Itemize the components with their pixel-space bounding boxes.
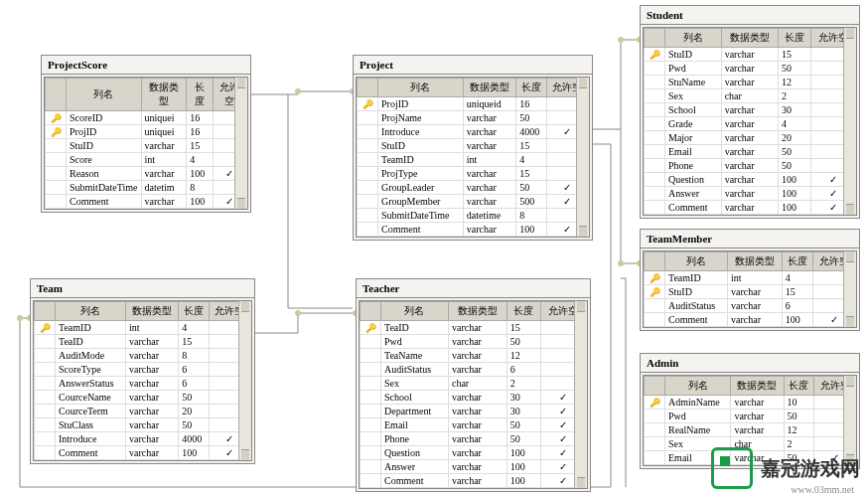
table-row[interactable]: Schoolvarchar30✓: [361, 391, 587, 405]
table-row[interactable]: 🔑TeamIDint4: [645, 271, 856, 285]
table-row[interactable]: Questionvarchar100✓: [645, 173, 856, 187]
table-ProjectScore[interactable]: ProjectScore列名数据类型长度允许空🔑ScoreIDuniquei16…: [41, 55, 251, 213]
col-type: varchar: [721, 187, 778, 201]
table-row[interactable]: ProjNamevarchar50: [358, 111, 589, 125]
table-row[interactable]: StuClassvarchar50: [35, 418, 251, 432]
table-row[interactable]: StuNamevarchar12: [645, 76, 856, 89]
table-row[interactable]: Emailvarchar50✓: [361, 418, 587, 432]
table-row[interactable]: Commentvarchar100✓: [46, 195, 247, 209]
table-row[interactable]: StuIDvarchar15: [358, 139, 589, 153]
table-row[interactable]: Questionvarchar100✓: [361, 446, 587, 460]
table-Project[interactable]: Project列名数据类型长度允许空🔑ProjIDuniqueid16ProjN…: [353, 55, 593, 241]
key-icon: 🔑: [51, 127, 62, 137]
table-row[interactable]: Sexchar2: [645, 89, 856, 103]
table-row[interactable]: 🔑StuIDvarchar15: [645, 285, 856, 299]
col-type: varchar: [126, 405, 179, 418]
table-row[interactable]: SubmitDateTimedatetim8: [46, 181, 247, 195]
table-row[interactable]: AuditStatusvarchar6: [645, 299, 856, 313]
table-row[interactable]: CourceTermvarchar20: [35, 405, 251, 418]
table-row[interactable]: TeaNamevarchar12: [361, 349, 587, 363]
col-type: varchar: [721, 159, 778, 173]
scrollbar[interactable]: [576, 78, 589, 237]
key-icon: 🔑: [650, 50, 660, 60]
table-row[interactable]: Answervarchar100✓: [645, 187, 856, 201]
header-len: 长度: [778, 29, 810, 48]
scrollbar[interactable]: [843, 251, 856, 327]
table-row[interactable]: Commentvarchar100✓: [35, 446, 251, 460]
table-row[interactable]: Scoreint4: [46, 153, 247, 167]
table-row[interactable]: AuditModevarchar8: [35, 349, 251, 363]
col-len: 2: [506, 377, 540, 391]
table-row[interactable]: 🔑AdminNamevarchar10: [645, 396, 856, 410]
col-type: varchar: [126, 363, 179, 377]
col-type: varchar: [448, 391, 506, 405]
table-row[interactable]: Phonevarchar50: [645, 159, 856, 173]
table-row[interactable]: StuIDvarchar15: [46, 139, 247, 153]
table-row[interactable]: 🔑ProjIDuniquei16: [46, 125, 247, 139]
table-Teacher[interactable]: Teacher列名数据类型长度允许空🔑TeaIDvarchar15Pwdvarc…: [356, 278, 591, 492]
svg-point-6: [295, 310, 301, 316]
table-row[interactable]: Commentvarchar100✓: [358, 223, 589, 237]
table-row[interactable]: Commentvarchar100✓: [645, 201, 856, 215]
table-row[interactable]: Phonevarchar50✓: [361, 432, 587, 446]
table-row[interactable]: Departmentvarchar30✓: [361, 405, 587, 418]
col-type: varchar: [448, 474, 506, 488]
table-Team[interactable]: Team列名数据类型长度允许空🔑TeamIDint4TeaIDvarchar15…: [30, 278, 255, 464]
col-type: datetime: [463, 209, 515, 223]
table-row[interactable]: ProjTypevarchar15: [358, 167, 589, 181]
table-row[interactable]: Commentvarchar100✓: [645, 313, 856, 327]
scrollbar[interactable]: [843, 28, 856, 215]
table-row[interactable]: Emailvarchar50: [645, 145, 856, 159]
table-row[interactable]: Introducevarchar4000✓: [358, 125, 589, 139]
scrollbar[interactable]: [574, 301, 587, 488]
table-row[interactable]: SubmitDateTimedatetime8: [358, 209, 589, 223]
table-Student[interactable]: Student列名数据类型长度允许空🔑StuIDvarchar15Pwdvarc…: [640, 5, 860, 219]
col-type: varchar: [463, 111, 515, 125]
col-name: TeamID: [665, 271, 728, 285]
table-TeamMember[interactable]: TeamMember列名数据类型长度允许空🔑TeamIDint4🔑StuIDva…: [640, 229, 860, 331]
col-name: Comment: [665, 201, 722, 215]
col-type: varchar: [721, 48, 778, 62]
table-row[interactable]: 🔑TeamIDint4: [35, 321, 251, 335]
col-name: ProjName: [378, 111, 464, 125]
table-row[interactable]: GroupMembervarchar500✓: [358, 195, 589, 209]
table-row[interactable]: 🔑ScoreIDuniquei16: [46, 111, 247, 125]
col-name: Comment: [67, 195, 142, 209]
table-row[interactable]: Commentvarchar100✓: [361, 474, 587, 488]
table-row[interactable]: Pwdvarchar50: [645, 62, 856, 76]
table-row[interactable]: Reasonvarchar100✓: [46, 167, 247, 181]
col-len: 50: [516, 181, 547, 195]
table-row[interactable]: Introducevarchar4000✓: [35, 432, 251, 446]
table-row[interactable]: Schoolvarchar30: [645, 103, 856, 117]
table-row[interactable]: Pwdvarchar50: [645, 410, 856, 423]
col-type: int: [141, 153, 187, 167]
col-name: Phone: [381, 432, 449, 446]
col-len: 30: [778, 103, 810, 117]
header-len: 长度: [782, 252, 812, 271]
table-row[interactable]: Sexchar2: [361, 377, 587, 391]
table-row[interactable]: Answervarchar100✓: [361, 460, 587, 474]
table-row[interactable]: 🔑ProjIDuniqueid16: [358, 97, 589, 111]
table-row[interactable]: AuditStatusvarchar6: [361, 363, 587, 377]
table-row[interactable]: RealNamevarchar12: [645, 423, 856, 437]
scrollbar[interactable]: [234, 78, 247, 209]
col-name: TeamID: [378, 153, 464, 167]
col-len: 30: [506, 405, 540, 418]
col-type: varchar: [721, 131, 778, 145]
table-row[interactable]: 🔑TeaIDvarchar15: [361, 321, 587, 335]
table-row[interactable]: Majorvarchar20: [645, 131, 856, 145]
table-row[interactable]: GroupLeadervarchar50✓: [358, 181, 589, 195]
col-type: varchar: [141, 195, 187, 209]
header-col: 列名: [665, 252, 728, 271]
table-title: Teacher: [357, 279, 590, 298]
table-row[interactable]: AnswerStatusvarchar6: [35, 377, 251, 391]
table-row[interactable]: TeamIDint4: [358, 153, 589, 167]
header-type: 数据类型: [463, 79, 515, 97]
table-row[interactable]: Pwdvarchar50: [361, 335, 587, 349]
table-row[interactable]: Gradevarchar4: [645, 117, 856, 131]
scrollbar[interactable]: [238, 301, 251, 460]
table-row[interactable]: 🔑StuIDvarchar15: [645, 48, 856, 62]
table-row[interactable]: TeaIDvarchar15: [35, 335, 251, 349]
table-row[interactable]: CourceNamevarchar50: [35, 391, 251, 405]
table-row[interactable]: ScoreTypevarchar6: [35, 363, 251, 377]
